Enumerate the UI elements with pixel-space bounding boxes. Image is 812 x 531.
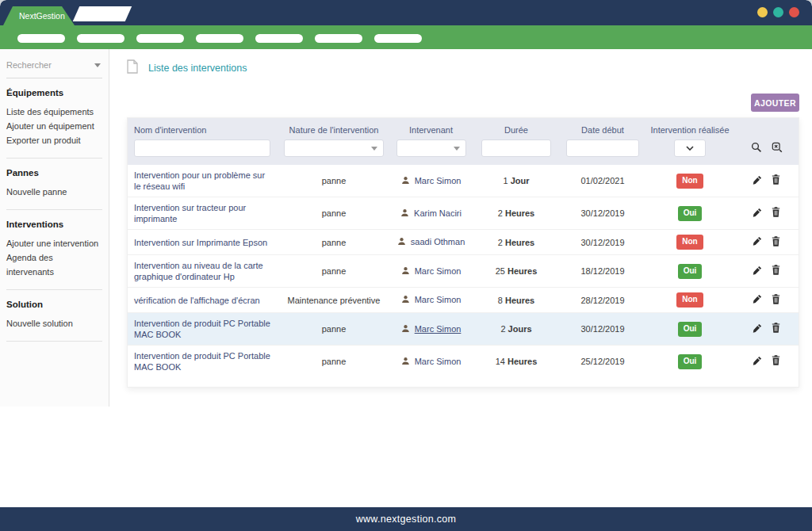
start-date: 30/12/2019: [560, 313, 645, 346]
start-date: 30/12/2019: [560, 230, 645, 255]
intervenant-link[interactable]: Karim Naciri: [414, 208, 462, 218]
start-date: 30/12/2019: [560, 197, 645, 230]
sidebar-item[interactable]: Exporter un produit: [6, 133, 102, 147]
sidebar-section-title: Équipements: [6, 88, 102, 97]
sidebar-item[interactable]: Liste des équipements: [6, 105, 102, 119]
table-body: Intervention pour un problème sur le rés…: [128, 165, 799, 377]
edit-button[interactable]: [753, 294, 762, 306]
sidebar-item[interactable]: Ajouter un équipement: [6, 119, 102, 133]
sidebar-item[interactable]: Ajouter une intervention: [6, 236, 102, 250]
nav-pill[interactable]: [315, 34, 362, 43]
table-row[interactable]: Intervention au niveau de la carte graph…: [128, 255, 799, 288]
nav-pill[interactable]: [17, 34, 65, 43]
search-icon[interactable]: [751, 142, 762, 153]
window-control-teal[interactable]: [773, 7, 783, 17]
duration-unit: Heures: [508, 357, 537, 366]
delete-icon-button[interactable]: [772, 355, 780, 368]
intervention-nature: panne: [278, 197, 389, 230]
duration-unit: Heures: [505, 208, 534, 218]
duration-unit: Heures: [508, 266, 537, 276]
edit-button[interactable]: [753, 356, 762, 368]
intervenant-link[interactable]: Marc Simon: [415, 176, 462, 185]
sidebar-item[interactable]: Nouvelle solution: [6, 316, 102, 330]
interventions-table: Nom d'intervention Nature de l'intervent…: [128, 118, 799, 377]
clear-search-icon[interactable]: [772, 142, 783, 153]
table-row[interactable]: Intervention sur Imprimante Epson panne …: [128, 230, 799, 255]
chevron-down-icon: [454, 147, 460, 151]
page-title: Liste des interventions: [127, 59, 247, 77]
delete-icon-button[interactable]: [772, 207, 780, 220]
edit-button[interactable]: [753, 208, 762, 220]
window-control-red[interactable]: [789, 7, 799, 17]
filter-date-input[interactable]: [566, 139, 639, 157]
app-window: NextGestion ÉquipementsListe des équipem…: [0, 0, 812, 531]
sidebar-item[interactable]: Agenda des intervenants: [6, 250, 102, 279]
intervenant-link[interactable]: Marc Simon: [415, 324, 462, 334]
window-control-yellow[interactable]: [757, 7, 768, 17]
delete-icon-button[interactable]: [772, 294, 780, 307]
browser-tab-shape[interactable]: [73, 6, 132, 21]
status-badge: Oui: [678, 354, 703, 369]
duration-unit: Heures: [505, 296, 534, 305]
delete-icon-button[interactable]: [772, 323, 780, 335]
add-button[interactable]: AJOUTER: [751, 94, 799, 112]
chevron-down-icon[interactable]: [94, 63, 101, 67]
table-row[interactable]: vérification de l'affichage d'écran Main…: [128, 288, 799, 313]
sidebar-item[interactable]: Nouvelle panne: [6, 185, 102, 199]
nav-pill[interactable]: [255, 34, 303, 43]
intervention-nature: panne: [278, 165, 389, 197]
col-header-realisee: Intervention réalisée: [645, 118, 734, 137]
intervention-nature: Maintenance préventive: [278, 288, 389, 313]
intervenant-link[interactable]: Marc Simon: [415, 266, 462, 276]
sidebar-section: SolutionNouvelle solution: [6, 290, 102, 342]
filter-nom-input[interactable]: [134, 139, 270, 157]
intervention-name: Intervention pour un problème sur le rés…: [128, 165, 278, 197]
nav-pill[interactable]: [196, 34, 243, 43]
table-row[interactable]: Intervention sur tracteur pour imprimant…: [128, 197, 799, 230]
intervention-name: Intervention de produit PC Portable MAC …: [128, 313, 278, 346]
nav-pill[interactable]: [136, 34, 184, 43]
search-input[interactable]: [6, 60, 91, 70]
start-date: 01/02/2021: [560, 165, 645, 197]
sidebar-section-title: Pannes: [6, 168, 102, 178]
duration-value: 1: [503, 176, 508, 185]
footer-url: www.nextgestion.com: [356, 514, 457, 525]
nav-pill[interactable]: [374, 34, 422, 43]
table-row[interactable]: Intervention de produit PC Portable MAC …: [128, 313, 799, 346]
filter-duree-input[interactable]: [481, 139, 551, 157]
user-icon: [401, 357, 412, 367]
user-icon: [401, 296, 412, 305]
table-row[interactable]: Intervention pour un problème sur le rés…: [128, 165, 799, 197]
edit-button[interactable]: [753, 323, 762, 335]
intervention-nature: panne: [278, 346, 389, 378]
filter-intervenant-select[interactable]: [396, 139, 466, 157]
edit-button[interactable]: [753, 175, 762, 187]
delete-icon-button[interactable]: [772, 265, 780, 277]
delete-icon-button[interactable]: [772, 174, 780, 187]
window-titlebar: NextGestion: [0, 0, 812, 25]
intervenant-link[interactable]: Marc Simon: [415, 295, 462, 304]
edit-button[interactable]: [753, 236, 762, 248]
status-badge: Oui: [678, 206, 703, 221]
edit-button[interactable]: [753, 266, 762, 277]
intervenant-link[interactable]: saadi Othman: [411, 237, 465, 246]
nav-pill[interactable]: [77, 34, 124, 43]
duration-value: 2: [498, 208, 503, 218]
intervention-nature: panne: [278, 313, 389, 346]
start-date: 18/12/2019: [560, 255, 645, 288]
filter-nature-select[interactable]: [284, 139, 384, 157]
status-badge: Non: [676, 174, 703, 189]
sidebar-search[interactable]: [6, 60, 102, 78]
duration-value: 2: [498, 238, 503, 247]
intervenant-link[interactable]: Marc Simon: [415, 357, 462, 366]
col-header-nature: Nature de l'intervention: [278, 118, 389, 137]
user-icon: [400, 209, 412, 219]
status-badge: Non: [676, 292, 703, 308]
main-navbar: [0, 25, 812, 49]
table-row[interactable]: Intervention de produit PC Portable MAC …: [128, 346, 799, 378]
intervention-nature: panne: [278, 255, 389, 288]
filter-realisee-select[interactable]: [674, 139, 706, 157]
intervention-nature: panne: [278, 230, 389, 255]
delete-icon-button[interactable]: [772, 236, 780, 249]
status-badge: Non: [676, 235, 703, 250]
